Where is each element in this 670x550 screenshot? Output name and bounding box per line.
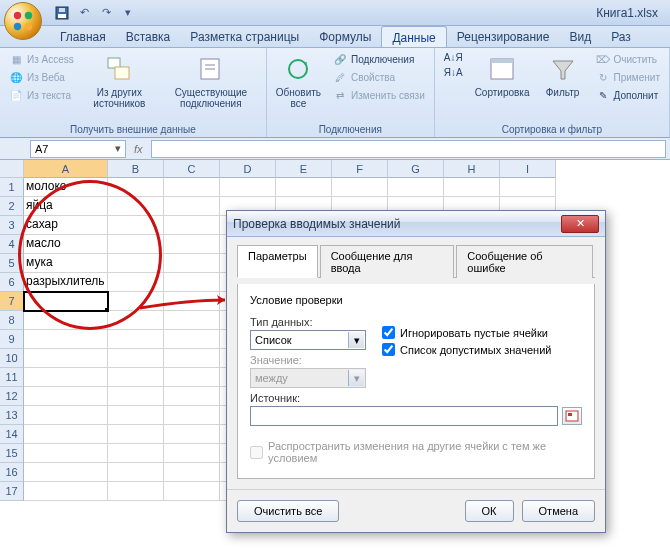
ignore-blank-checkbox[interactable]: Игнорировать пустые ячейки [382,326,551,339]
chevron-down-icon[interactable]: ▾ [348,332,364,348]
cell[interactable] [164,178,220,197]
name-box[interactable]: A7 ▾ [30,140,126,158]
column-header[interactable]: G [388,160,444,178]
cell[interactable] [108,444,164,463]
cell[interactable] [108,216,164,235]
cell[interactable] [108,330,164,349]
ribbon-tab-4[interactable]: Данные [381,26,446,47]
undo-icon[interactable]: ↶ [76,5,92,21]
row-header[interactable]: 6 [0,273,24,292]
cell[interactable] [388,178,444,197]
range-select-button[interactable] [562,407,582,425]
cell[interactable] [108,425,164,444]
cell[interactable] [164,311,220,330]
edit-links-button[interactable]: ⇄Изменить связи [330,87,428,103]
from-other-sources-button[interactable]: Из других источников [83,51,156,111]
ribbon-tab-3[interactable]: Формулы [309,26,381,47]
dialog-tab-1[interactable]: Сообщение для ввода [320,245,455,278]
row-header[interactable]: 2 [0,197,24,216]
qat-dropdown-icon[interactable]: ▾ [120,5,136,21]
column-header[interactable]: H [444,160,500,178]
row-header[interactable]: 16 [0,463,24,482]
ribbon-tab-6[interactable]: Вид [559,26,601,47]
sort-desc-button[interactable]: Я↓А [441,66,466,79]
cell[interactable] [164,197,220,216]
row-header[interactable]: 13 [0,406,24,425]
formula-input[interactable] [151,140,666,158]
cell[interactable] [108,235,164,254]
column-header[interactable]: C [164,160,220,178]
cell[interactable] [164,425,220,444]
row-header[interactable]: 5 [0,254,24,273]
cell[interactable] [108,349,164,368]
row-header[interactable]: 11 [0,368,24,387]
cell[interactable] [164,254,220,273]
cell[interactable] [108,197,164,216]
cell[interactable] [108,254,164,273]
ribbon-tab-5[interactable]: Рецензирование [447,26,560,47]
source-input[interactable] [250,406,558,426]
cell[interactable] [164,482,220,501]
ok-button[interactable]: ОК [465,500,514,522]
cell[interactable]: молоко [24,178,108,197]
from-web-button[interactable]: 🌐Из Веба [6,69,77,85]
dialog-tab-2[interactable]: Сообщение об ошибке [456,245,593,278]
cell[interactable] [164,387,220,406]
dialog-tab-0[interactable]: Параметры [237,245,318,278]
redo-icon[interactable]: ↷ [98,5,114,21]
clear-all-button[interactable]: Очистить все [237,500,339,522]
cell[interactable] [164,235,220,254]
cell[interactable] [24,349,108,368]
dialog-title-bar[interactable]: Проверка вводимых значений ✕ [227,211,605,237]
row-header[interactable]: 8 [0,311,24,330]
cell[interactable]: мука [24,254,108,273]
refresh-all-button[interactable]: Обновить все [273,51,324,111]
reapply-button[interactable]: ↻Применит [593,69,663,85]
cell[interactable] [164,463,220,482]
cell[interactable]: разрыхлитель [24,273,108,292]
cell[interactable] [332,178,388,197]
cell[interactable]: масло [24,235,108,254]
row-header[interactable]: 3 [0,216,24,235]
row-header[interactable]: 15 [0,444,24,463]
cell[interactable] [108,273,164,292]
column-header[interactable]: I [500,160,556,178]
from-text-button[interactable]: 📄Из текста [6,87,77,103]
cell[interactable] [24,387,108,406]
close-button[interactable]: ✕ [561,215,599,233]
row-header[interactable]: 17 [0,482,24,501]
row-header[interactable]: 10 [0,349,24,368]
row-header[interactable]: 1 [0,178,24,197]
from-access-button[interactable]: ▦Из Access [6,51,77,67]
connections-button[interactable]: 🔗Подключения [330,51,428,67]
cell[interactable] [24,406,108,425]
sort-button[interactable]: Сортировка [472,51,533,100]
cell[interactable] [164,349,220,368]
row-header[interactable]: 12 [0,387,24,406]
cell[interactable] [108,292,164,311]
cell[interactable] [108,463,164,482]
cell[interactable] [500,178,556,197]
allow-type-combo[interactable]: Список ▾ [250,330,366,350]
cell[interactable] [108,406,164,425]
fx-icon[interactable]: fx [134,143,143,155]
chevron-down-icon[interactable]: ▾ [115,142,121,155]
column-header[interactable]: B [108,160,164,178]
cell[interactable] [24,330,108,349]
column-header[interactable]: A [24,160,108,178]
cell[interactable] [164,216,220,235]
cell[interactable] [108,178,164,197]
select-all-corner[interactable] [0,160,24,178]
ribbon-tab-1[interactable]: Вставка [116,26,181,47]
clear-filter-button[interactable]: ⌦Очистить [593,51,663,67]
row-header[interactable]: 7 [0,292,24,311]
advanced-filter-button[interactable]: ✎Дополнит [593,87,663,103]
cell[interactable] [164,273,220,292]
column-header[interactable]: D [220,160,276,178]
cell[interactable]: сахар [24,216,108,235]
cell[interactable] [108,387,164,406]
cell[interactable] [24,463,108,482]
cell[interactable] [164,292,220,311]
cell[interactable] [164,330,220,349]
cancel-button[interactable]: Отмена [522,500,595,522]
